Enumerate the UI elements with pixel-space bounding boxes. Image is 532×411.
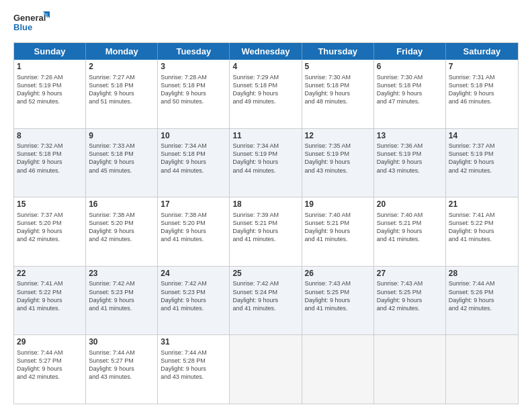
day-number: 20 [377, 199, 443, 210]
cell-info: Sunrise: 7:34 AM Sunset: 5:18 PM Dayligh… [161, 142, 226, 175]
calendar-row-4: 22Sunrise: 7:41 AM Sunset: 5:22 PM Dayli… [14, 267, 518, 336]
cell-info: Sunrise: 7:27 AM Sunset: 5:18 PM Dayligh… [89, 73, 154, 106]
empty-cell [302, 335, 374, 404]
cell-info: Sunrise: 7:38 AM Sunset: 5:20 PM Dayligh… [89, 211, 154, 244]
cell-info: Sunrise: 7:40 AM Sunset: 5:21 PM Dayligh… [377, 211, 443, 244]
header-day-monday: Monday [86, 43, 158, 60]
day-number: 24 [161, 269, 226, 279]
day-cell-29: 29Sunrise: 7:44 AM Sunset: 5:27 PM Dayli… [14, 335, 86, 404]
day-number: 13 [377, 131, 443, 142]
day-cell-3: 3Sunrise: 7:28 AM Sunset: 5:18 PM Daylig… [158, 60, 230, 128]
day-number: 28 [449, 269, 515, 279]
cell-info: Sunrise: 7:42 AM Sunset: 5:23 PM Dayligh… [161, 279, 226, 312]
cell-info: Sunrise: 7:41 AM Sunset: 5:22 PM Dayligh… [17, 279, 83, 312]
day-number: 21 [449, 199, 515, 210]
cell-info: Sunrise: 7:41 AM Sunset: 5:22 PM Dayligh… [449, 211, 515, 244]
cell-info: Sunrise: 7:29 AM Sunset: 5:18 PM Dayligh… [232, 73, 298, 106]
header-day-saturday: Saturday [446, 43, 518, 60]
cell-info: Sunrise: 7:42 AM Sunset: 5:23 PM Dayligh… [89, 279, 154, 312]
cell-info: Sunrise: 7:28 AM Sunset: 5:18 PM Dayligh… [161, 73, 226, 106]
day-cell-26: 26Sunrise: 7:43 AM Sunset: 5:25 PM Dayli… [302, 267, 374, 335]
day-number: 10 [161, 131, 226, 142]
day-cell-27: 27Sunrise: 7:43 AM Sunset: 5:25 PM Dayli… [374, 267, 446, 335]
day-cell-14: 14Sunrise: 7:37 AM Sunset: 5:19 PM Dayli… [446, 129, 518, 197]
day-cell-13: 13Sunrise: 7:36 AM Sunset: 5:19 PM Dayli… [374, 129, 446, 197]
logo: General Blue [13, 10, 50, 36]
calendar-row-3: 15Sunrise: 7:37 AM Sunset: 5:20 PM Dayli… [14, 197, 518, 267]
day-number: 14 [449, 131, 515, 142]
calendar-row-2: 8Sunrise: 7:32 AM Sunset: 5:18 PM Daylig… [14, 129, 518, 198]
day-number: 27 [377, 269, 443, 279]
day-number: 7 [449, 62, 515, 73]
day-number: 3 [161, 62, 226, 73]
day-number: 15 [17, 199, 83, 210]
cell-info: Sunrise: 7:42 AM Sunset: 5:24 PM Dayligh… [232, 279, 298, 312]
cell-info: Sunrise: 7:26 AM Sunset: 5:19 PM Dayligh… [17, 73, 83, 106]
empty-cell [374, 335, 446, 404]
logo-svg: General Blue [13, 10, 50, 36]
day-number: 25 [232, 269, 298, 279]
cell-info: Sunrise: 7:44 AM Sunset: 5:27 PM Dayligh… [89, 349, 154, 381]
day-cell-7: 7Sunrise: 7:31 AM Sunset: 5:18 PM Daylig… [446, 60, 518, 128]
cell-info: Sunrise: 7:36 AM Sunset: 5:19 PM Dayligh… [377, 142, 443, 175]
calendar-row-1: 1Sunrise: 7:26 AM Sunset: 5:19 PM Daylig… [14, 60, 518, 129]
cell-info: Sunrise: 7:43 AM Sunset: 5:25 PM Dayligh… [305, 279, 371, 312]
day-number: 1 [17, 62, 83, 73]
day-cell-4: 4Sunrise: 7:29 AM Sunset: 5:18 PM Daylig… [230, 60, 302, 128]
cell-info: Sunrise: 7:33 AM Sunset: 5:18 PM Dayligh… [89, 142, 154, 175]
day-cell-31: 31Sunrise: 7:44 AM Sunset: 5:28 PM Dayli… [158, 335, 230, 404]
page: General Blue SundayMondayTuesdayWednesda… [0, 0, 532, 411]
day-number: 26 [305, 269, 371, 279]
day-number: 6 [377, 62, 443, 73]
cell-info: Sunrise: 7:34 AM Sunset: 5:19 PM Dayligh… [232, 142, 298, 175]
cell-info: Sunrise: 7:43 AM Sunset: 5:25 PM Dayligh… [377, 279, 443, 312]
header-day-sunday: Sunday [14, 43, 86, 60]
day-cell-19: 19Sunrise: 7:40 AM Sunset: 5:21 PM Dayli… [302, 197, 374, 266]
cell-info: Sunrise: 7:37 AM Sunset: 5:20 PM Dayligh… [17, 211, 83, 244]
day-cell-25: 25Sunrise: 7:42 AM Sunset: 5:24 PM Dayli… [230, 267, 302, 335]
day-cell-9: 9Sunrise: 7:33 AM Sunset: 5:18 PM Daylig… [86, 129, 158, 197]
header-day-thursday: Thursday [302, 43, 374, 60]
day-cell-21: 21Sunrise: 7:41 AM Sunset: 5:22 PM Dayli… [446, 197, 518, 266]
calendar-row-5: 29Sunrise: 7:44 AM Sunset: 5:27 PM Dayli… [14, 335, 518, 404]
empty-cell [446, 335, 518, 404]
calendar-header: SundayMondayTuesdayWednesdayThursdayFrid… [14, 43, 518, 60]
cell-info: Sunrise: 7:44 AM Sunset: 5:26 PM Dayligh… [449, 279, 515, 312]
day-number: 11 [232, 131, 298, 142]
day-cell-18: 18Sunrise: 7:39 AM Sunset: 5:21 PM Dayli… [230, 197, 302, 266]
day-cell-6: 6Sunrise: 7:30 AM Sunset: 5:18 PM Daylig… [374, 60, 446, 128]
day-number: 2 [89, 62, 154, 73]
header-day-friday: Friday [374, 43, 446, 60]
day-number: 8 [17, 131, 83, 142]
cell-info: Sunrise: 7:39 AM Sunset: 5:21 PM Dayligh… [232, 211, 298, 244]
cell-info: Sunrise: 7:31 AM Sunset: 5:18 PM Dayligh… [449, 73, 515, 106]
day-cell-12: 12Sunrise: 7:35 AM Sunset: 5:19 PM Dayli… [302, 129, 374, 197]
header: General Blue [13, 10, 519, 36]
day-number: 5 [305, 62, 371, 73]
day-number: 22 [17, 269, 83, 279]
day-cell-17: 17Sunrise: 7:38 AM Sunset: 5:20 PM Dayli… [158, 197, 230, 266]
cell-info: Sunrise: 7:32 AM Sunset: 5:18 PM Dayligh… [17, 142, 83, 175]
header-day-tuesday: Tuesday [158, 43, 230, 60]
calendar-body: 1Sunrise: 7:26 AM Sunset: 5:19 PM Daylig… [14, 60, 518, 404]
day-number: 23 [89, 269, 154, 279]
day-cell-11: 11Sunrise: 7:34 AM Sunset: 5:19 PM Dayli… [230, 129, 302, 197]
day-cell-8: 8Sunrise: 7:32 AM Sunset: 5:18 PM Daylig… [14, 129, 86, 197]
calendar: SundayMondayTuesdayWednesdayThursdayFrid… [13, 42, 519, 404]
day-cell-10: 10Sunrise: 7:34 AM Sunset: 5:18 PM Dayli… [158, 129, 230, 197]
day-number: 4 [232, 62, 298, 73]
day-cell-20: 20Sunrise: 7:40 AM Sunset: 5:21 PM Dayli… [374, 197, 446, 266]
cell-info: Sunrise: 7:40 AM Sunset: 5:21 PM Dayligh… [305, 211, 371, 244]
day-number: 17 [161, 199, 226, 210]
svg-text:Blue: Blue [13, 22, 32, 32]
cell-info: Sunrise: 7:37 AM Sunset: 5:19 PM Dayligh… [449, 142, 515, 175]
cell-info: Sunrise: 7:44 AM Sunset: 5:27 PM Dayligh… [17, 349, 83, 381]
cell-info: Sunrise: 7:35 AM Sunset: 5:19 PM Dayligh… [305, 142, 371, 175]
day-cell-23: 23Sunrise: 7:42 AM Sunset: 5:23 PM Dayli… [86, 267, 158, 335]
svg-text:General: General [13, 13, 46, 23]
day-cell-30: 30Sunrise: 7:44 AM Sunset: 5:27 PM Dayli… [86, 335, 158, 404]
cell-info: Sunrise: 7:30 AM Sunset: 5:18 PM Dayligh… [305, 73, 371, 106]
day-cell-22: 22Sunrise: 7:41 AM Sunset: 5:22 PM Dayli… [14, 267, 86, 335]
header-day-wednesday: Wednesday [230, 43, 302, 60]
cell-info: Sunrise: 7:30 AM Sunset: 5:18 PM Dayligh… [377, 73, 443, 106]
